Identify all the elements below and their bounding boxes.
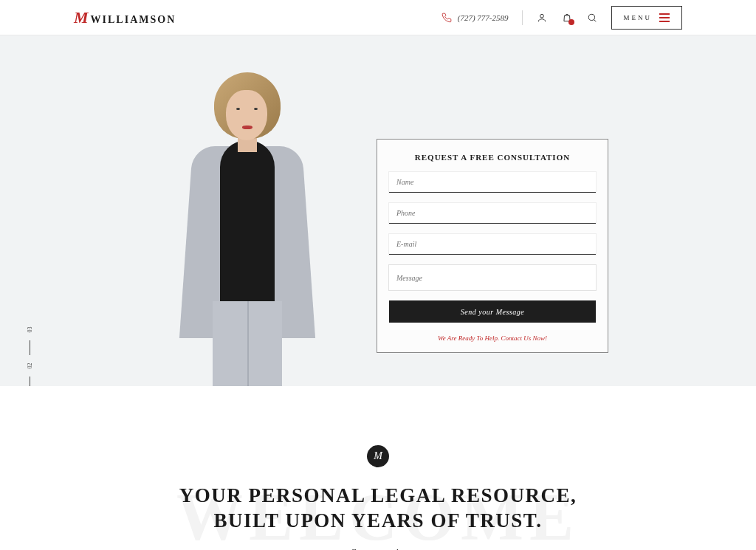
hero-section: 03 02 01 REQUEST A FREE CONSULTATION Sen…: [0, 35, 756, 386]
phone-icon: [441, 13, 452, 23]
hamburger-icon: [659, 13, 670, 22]
svg-line-2: [594, 19, 596, 21]
search-icon: [587, 13, 597, 23]
cart-badge: [568, 19, 574, 25]
message-input[interactable]: [389, 265, 596, 290]
email-input[interactable]: [389, 234, 596, 255]
pager-item-2[interactable]: 02: [27, 363, 33, 369]
search-button[interactable]: [586, 12, 598, 24]
headline: YOUR PERSONAL LEGAL RESOURCE, BUILT UPON…: [0, 484, 756, 534]
welcome-badge: M: [367, 445, 389, 467]
name-input[interactable]: [389, 172, 596, 193]
pager-divider: [30, 377, 30, 386]
phone-link[interactable]: (727) 777-2589: [441, 13, 509, 23]
phone-input[interactable]: [389, 203, 596, 224]
hero-image: [148, 35, 325, 386]
pager-divider: [30, 340, 30, 355]
menu-button[interactable]: MENU: [611, 6, 683, 30]
submit-button[interactable]: Send your Message: [389, 300, 596, 323]
headline-line-2: BUILT UPON YEARS OF TRUST.: [214, 509, 543, 532]
logo-mark: M: [74, 8, 89, 27]
header-right: (727) 777-2589 MENU: [441, 6, 682, 30]
account-button[interactable]: [536, 12, 548, 24]
logo-text: WILLIAMSON: [91, 14, 176, 26]
consultation-form: REQUEST A FREE CONSULTATION Send your Me…: [377, 139, 608, 353]
logo[interactable]: M WILLIAMSON: [74, 8, 176, 27]
header: M WILLIAMSON (727) 777-2589 MENU: [0, 0, 756, 35]
slide-pager: 03 02 01: [27, 326, 32, 386]
form-title: REQUEST A FREE CONSULTATION: [389, 153, 596, 162]
cart-button[interactable]: [561, 12, 573, 24]
form-note: We Are Ready To Help. Contact Us Now!: [389, 334, 596, 342]
menu-label: MENU: [624, 14, 653, 21]
user-icon: [537, 13, 547, 23]
phone-number: (727) 777-2589: [458, 13, 509, 22]
welcome-section: M WELCOME YOUR PERSONAL LEGAL RESOURCE, …: [0, 386, 756, 550]
pager-item-3[interactable]: 03: [27, 327, 33, 333]
headline-line-1: YOUR PERSONAL LEGAL RESOURCE,: [179, 484, 577, 506]
svg-point-0: [540, 14, 543, 18]
svg-point-1: [588, 14, 594, 20]
divider: [522, 10, 523, 25]
